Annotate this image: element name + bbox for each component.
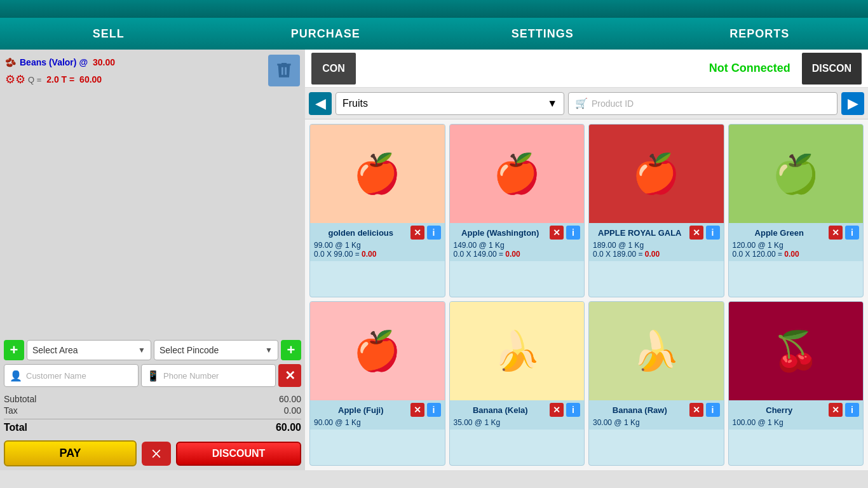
add-pincode-button[interactable]: + — [281, 340, 301, 360]
product-card-apple_washington[interactable]: 🍎 Apple (Washington) ✕ i 149.00 @ 1 Kg0.… — [449, 124, 585, 297]
trash-icon[interactable] — [268, 55, 300, 86]
tax-row: Tax 0.00 — [4, 405, 301, 416]
next-category-button[interactable]: ▶ — [841, 92, 864, 115]
product-remove-banana_raw[interactable]: ✕ — [689, 403, 703, 417]
con-button[interactable]: CON — [311, 53, 356, 85]
cart-item-name: Beans (Valor) — [20, 57, 76, 67]
totals-area: Subtotal 60.00 Tax 0.00 Total 60.00 — [4, 391, 301, 437]
customer-name-field[interactable]: 👤 Customer Name — [4, 364, 139, 387]
calc-result-golden_delicious: 0.00 — [362, 250, 376, 259]
product-image-apple_fuji: 🍎 — [310, 302, 445, 400]
product-calc-apple_washington: 0.0 X 149.00 = 0.00 — [454, 250, 581, 259]
cancel-icon — [149, 447, 163, 461]
discon-button[interactable]: DISCON — [802, 53, 862, 85]
product-card-apple_green[interactable]: 🍏 Apple Green ✕ i 120.00 @ 1 Kg0.0 X 120… — [728, 124, 864, 297]
product-info-btn-apple_green[interactable]: i — [845, 226, 859, 240]
product-price-apple_green: 120.00 @ 1 Kg — [733, 241, 860, 250]
product-card-banana_kela[interactable]: 🍌 Banana (Kela) ✕ i 35.00 @ 1 Kg — [449, 301, 585, 466]
product-info-btn-apple_fuji[interactable]: i — [427, 403, 441, 417]
product-info-cherry: Cherry ✕ i 100.00 @ 1 Kg — [729, 400, 864, 430]
product-name-row-apple_green: Apple Green ✕ i — [733, 226, 860, 240]
product-name-apple_royal_gala: APPLE ROYAL GALA — [593, 228, 687, 238]
product-price-cherry: 100.00 @ 1 Kg — [733, 418, 860, 427]
product-calc-apple_royal_gala: 0.0 X 189.00 = 0.00 — [593, 250, 720, 259]
product-price-apple_fuji: 90.00 @ 1 Kg — [314, 418, 441, 427]
right-panel: CON Not Connected DISCON ◀ Fruits ▼ 🛒 Pr… — [305, 50, 868, 470]
product-image-banana_kela: 🍌 — [450, 302, 585, 400]
product-image-apple_green: 🍏 — [729, 125, 864, 223]
product-name-apple_green: Apple Green — [733, 228, 827, 238]
add-area-button[interactable]: + — [4, 340, 24, 360]
product-grid: 🍎 golden delicious ✕ i 99.00 @ 1 Kg0.0 X… — [305, 119, 868, 470]
product-info-apple_fuji: Apple (Fuji) ✕ i 90.00 @ 1 Kg — [310, 400, 445, 430]
fruit-emoji-banana_raw: 🍌 — [589, 302, 724, 400]
fruit-emoji-apple_fuji: 🍎 — [310, 302, 445, 400]
product-remove-banana_kela[interactable]: ✕ — [550, 403, 564, 417]
product-name-apple_washington: Apple (Washington) — [454, 228, 548, 238]
product-info-btn-banana_kela[interactable]: i — [566, 403, 580, 417]
cart-item-at: @ — [76, 57, 90, 67]
nav-bar: SELL PURCHASE SETTINGS REPORTS — [0, 18, 868, 50]
calc-result-apple_royal_gala: 0.00 — [645, 250, 660, 259]
calc-result-apple_green: 0.00 — [784, 250, 799, 259]
product-info-btn-cherry[interactable]: i — [845, 403, 859, 417]
product-info-btn-apple_royal_gala[interactable]: i — [706, 226, 720, 240]
category-label: Fruits — [342, 98, 368, 109]
nav-purchase[interactable]: PURCHASE — [217, 18, 435, 50]
cart-total-value: 60.00 — [77, 74, 102, 85]
product-name-row-banana_kela: Banana (Kela) ✕ i — [454, 403, 581, 417]
bottom-controls: + Select Area ▼ Select Pincode ▼ + 👤 Cus… — [0, 336, 305, 470]
nav-sell[interactable]: SELL — [0, 18, 217, 50]
product-name-row-apple_washington: Apple (Washington) ✕ i — [454, 226, 581, 240]
phone-number-field[interactable]: 📱 Phone Number — [141, 364, 276, 387]
fruit-emoji-banana_kela: 🍌 — [450, 302, 585, 400]
category-dropdown[interactable]: Fruits ▼ — [336, 92, 564, 115]
select-pincode-dropdown[interactable]: Select Pincode ▼ — [154, 340, 278, 360]
connection-status: Not Connected — [361, 62, 797, 75]
product-info-btn-apple_washington[interactable]: i — [566, 226, 580, 240]
product-name-row-cherry: Cherry ✕ i — [733, 403, 860, 417]
discount-button[interactable]: DISCOUNT — [176, 442, 301, 466]
product-name-row-apple_royal_gala: APPLE ROYAL GALA ✕ i — [593, 226, 720, 240]
clear-customer-button[interactable]: ✕ — [278, 364, 301, 387]
select-area-dropdown[interactable]: Select Area ▼ — [27, 340, 151, 360]
product-remove-apple_royal_gala[interactable]: ✕ — [689, 226, 703, 240]
product-remove-apple_fuji[interactable]: ✕ — [410, 403, 424, 417]
tax-label: Tax — [4, 405, 18, 416]
filter-bar: ◀ Fruits ▼ 🛒 Product ID ▶ — [305, 88, 868, 119]
product-price-apple_royal_gala: 189.00 @ 1 Kg — [593, 241, 720, 250]
prev-category-button[interactable]: ◀ — [309, 92, 332, 115]
cart-item-price: 30.00 — [93, 57, 115, 67]
product-remove-golden_delicious[interactable]: ✕ — [410, 226, 424, 240]
pay-button[interactable]: PAY — [4, 440, 137, 466]
product-calc-golden_delicious: 0.0 X 99.00 = 0.00 — [314, 250, 441, 259]
product-price-banana_kela: 35.00 @ 1 Kg — [454, 418, 581, 427]
product-calc-apple_green: 0.0 X 120.00 = 0.00 — [733, 250, 860, 259]
nav-reports[interactable]: REPORTS — [651, 18, 869, 50]
action-buttons-row: PAY DISCOUNT — [4, 440, 301, 466]
nav-settings[interactable]: SETTINGS — [434, 18, 651, 50]
product-remove-apple_green[interactable]: ✕ — [829, 226, 843, 240]
product-name-golden_delicious: golden delicious — [314, 228, 408, 238]
fruit-emoji-apple_washington: 🍎 — [450, 125, 585, 223]
cart-qty-value: 2.0 — [44, 74, 61, 85]
product-info-btn-golden_delicious[interactable]: i — [427, 226, 441, 240]
select-area-label: Select Area — [32, 345, 78, 355]
product-remove-cherry[interactable]: ✕ — [829, 403, 843, 417]
product-card-apple_fuji[interactable]: 🍎 Apple (Fuji) ✕ i 90.00 @ 1 Kg — [309, 301, 445, 466]
product-search-field[interactable]: 🛒 Product ID — [568, 92, 837, 115]
product-card-apple_royal_gala[interactable]: 🍎 APPLE ROYAL GALA ✕ i 189.00 @ 1 Kg0.0 … — [588, 124, 724, 297]
product-card-cherry[interactable]: 🍒 Cherry ✕ i 100.00 @ 1 Kg — [728, 301, 864, 466]
cart-item-beans: 🫘 Beans (Valor) @ 30.00 — [5, 55, 300, 70]
product-remove-apple_washington[interactable]: ✕ — [550, 226, 564, 240]
product-name-banana_kela: Banana (Kela) — [454, 405, 548, 415]
beans-icon: 🫘 — [5, 57, 16, 67]
product-price-banana_raw: 30.00 @ 1 Kg — [593, 418, 720, 427]
product-info-btn-banana_raw[interactable]: i — [706, 403, 720, 417]
product-card-banana_raw[interactable]: 🍌 Banana (Raw) ✕ i 30.00 @ 1 Kg — [588, 301, 724, 466]
cancel-button[interactable] — [142, 442, 171, 466]
product-card-golden_delicious[interactable]: 🍎 golden delicious ✕ i 99.00 @ 1 Kg0.0 X… — [309, 124, 445, 297]
product-id-placeholder: Product ID — [592, 98, 634, 109]
left-panel: 🫘 Beans (Valor) @ 30.00 ⚙⚙ Q = 2.0 T = 6… — [0, 50, 305, 470]
product-image-cherry: 🍒 — [729, 302, 864, 400]
